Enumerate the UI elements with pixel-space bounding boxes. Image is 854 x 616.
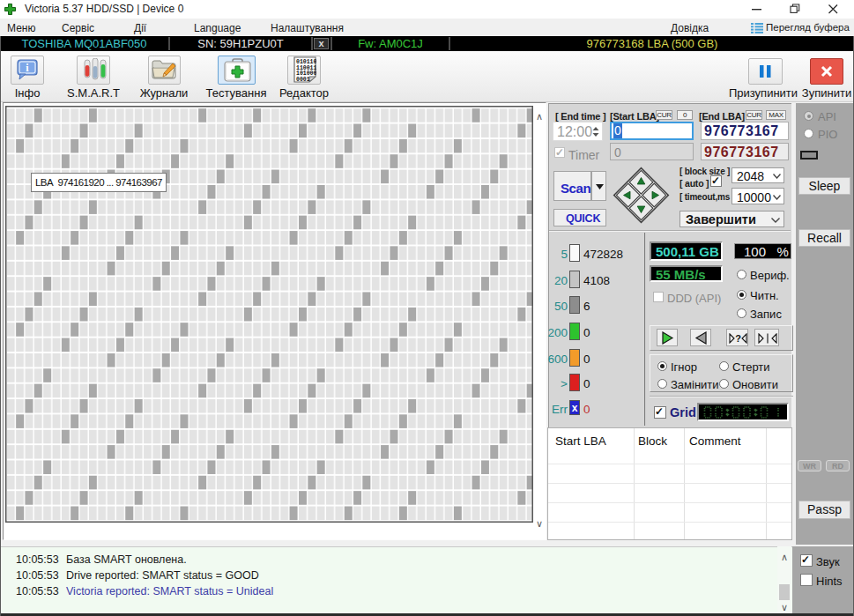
svg-text:?: ? xyxy=(735,333,741,344)
svg-text:0001: 0001 xyxy=(296,77,310,83)
